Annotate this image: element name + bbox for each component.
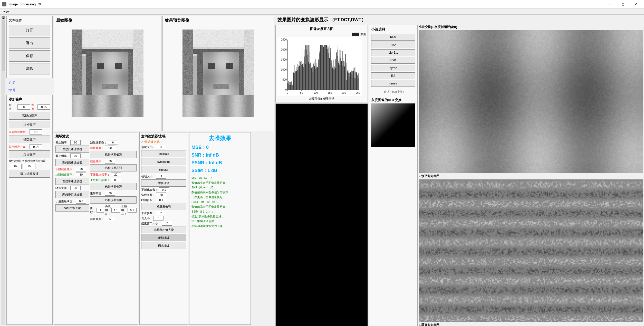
- clear-button[interactable]: 清除: [9, 63, 50, 74]
- replicate-button[interactable]: replicate: [141, 150, 186, 157]
- steps-input[interactable]: [97, 208, 104, 213]
- smooth-input[interactable]: [156, 211, 166, 215]
- linear-length-label: 线性运动长度: [9, 159, 24, 163]
- cutoff5-row: 截止频率：: [90, 146, 137, 150]
- high-gain-input[interactable]: [111, 208, 120, 213]
- scroll-up[interactable]: ▲: [2, 16, 5, 19]
- bandwidth1-input[interactable]: [70, 186, 81, 190]
- noise-mean-input[interactable]: [17, 104, 30, 110]
- scroll-thumb[interactable]: [2, 20, 5, 71]
- time-step-row: 时间步长：: [141, 198, 186, 202]
- noise-mean-label: 均值：: [9, 103, 16, 111]
- median-kernel-row: 领域大小：: [141, 174, 186, 179]
- maximize-button[interactable]: □: [617, 1, 629, 8]
- gaussian-noise-button[interactable]: 高斯白噪声: [9, 112, 50, 120]
- preview-lenna-image: [182, 30, 254, 117]
- cutoff8-input[interactable]: [105, 217, 115, 221]
- upper-cutoff2-label: 上限截止频率：: [90, 178, 110, 182]
- bandwidth2-input[interactable]: [105, 191, 115, 196]
- high-gain-label: 高频增益：: [105, 204, 111, 216]
- ideal-bandpass-button[interactable]: 理想带通滤波器: [55, 178, 89, 185]
- linear-length-item: 线性运动长度 线性运动方向角度：: [9, 159, 48, 163]
- wavelet-coif1-button[interactable]: coif1: [371, 57, 415, 64]
- wavelet-select-panel: 小波选择 haar db2 bior1.1 coif1 sym2 fk4 dme…: [369, 25, 418, 326]
- block-size-label: 块大小：: [141, 216, 152, 220]
- wavelet-title2: 2.水平方向细节: [419, 174, 643, 178]
- close-button[interactable]: ✕: [630, 1, 642, 8]
- total-var-button[interactable]: 总变差去噪: [141, 203, 186, 210]
- homomorphic-button[interactable]: 同态滤波: [141, 242, 186, 249]
- histogram-canvas: [277, 37, 362, 96]
- circular-button[interactable]: circular: [141, 166, 186, 173]
- ideal-bandstop-button[interactable]: 理想带阻滤波器: [55, 191, 89, 198]
- linear-params-row: 线性运动长度 线性运动方向角度：: [9, 159, 50, 163]
- butter-bandstop-button[interactable]: 巴特沃斯带阻: [90, 196, 137, 204]
- filter-order-input[interactable]: [108, 140, 118, 145]
- symmetric-button[interactable]: symmetric: [141, 158, 186, 165]
- wavelet-title3: 3.垂直方向细节: [419, 323, 643, 326]
- ssim-metric: SSIM：1 dB: [191, 167, 248, 174]
- cutoff1-input[interactable]: [70, 140, 81, 145]
- butter-lowpass-button[interactable]: 巴特沃斯低通: [90, 151, 137, 158]
- cutoff5-input[interactable]: [105, 146, 115, 150]
- wavelet-db2-button[interactable]: db2: [371, 42, 415, 48]
- wavelet-haar-button[interactable]: haar: [371, 34, 415, 41]
- poisson-noise-button[interactable]: 泊松噪声: [9, 121, 50, 128]
- window-title: Image_processing_GUI: [8, 2, 602, 6]
- ideal-lowpass-button[interactable]: 理想低通滤波器: [55, 146, 89, 153]
- upper-cutoff1-input[interactable]: [76, 172, 86, 177]
- desc8: SSIM（[-1, 1]）：: [191, 210, 214, 213]
- id-label[interactable]: 学号: [6, 87, 53, 94]
- block-size-row: 块大小：: [141, 216, 186, 220]
- butter-highpass-button[interactable]: 巴特沃斯高通: [90, 164, 137, 171]
- motion-noise-button[interactable]: 添加运动噪波: [9, 170, 50, 178]
- wavelet-bior11-button[interactable]: bior1.1: [371, 49, 415, 56]
- wavelet-dmey-button[interactable]: dmey: [371, 80, 415, 87]
- median-kernel-input[interactable]: [156, 174, 166, 179]
- block-size-input[interactable]: [153, 216, 164, 220]
- butter-bandpass-button[interactable]: 巴特沃斯带通: [90, 183, 137, 190]
- haar-denoise-button[interactable]: haar小波去噪: [55, 204, 89, 212]
- save-button[interactable]: 保存: [9, 50, 50, 62]
- minimize-button[interactable]: —: [604, 1, 616, 8]
- wavelet-fk4-button[interactable]: fk4: [371, 72, 415, 79]
- time-step-input[interactable]: [156, 198, 166, 202]
- desc11: 在添加运动噪波之后去噪: [191, 224, 223, 227]
- cutoff6-row: 截止频率：: [90, 159, 137, 164]
- original-image-title: 原始图像: [55, 17, 160, 24]
- norm-param-input[interactable]: [159, 187, 169, 192]
- name-label[interactable]: 姓名: [6, 79, 53, 86]
- iter-input[interactable]: [156, 193, 166, 197]
- median-button[interactable]: 中值滤波: [141, 179, 186, 187]
- wavelet-title1: 小波变换(1.灰度低频近似值): [419, 25, 643, 29]
- kernel-size-input[interactable]: [156, 145, 166, 149]
- cutoff6-input[interactable]: [105, 159, 115, 164]
- snr-metric: SNR：Inf dB: [191, 152, 248, 158]
- cutoff3-input[interactable]: [70, 154, 81, 158]
- noise-title: 添加噪声: [9, 97, 50, 102]
- salt-density-input[interactable]: [30, 129, 42, 135]
- spot-noise-button[interactable]: 斑点噪声: [9, 150, 50, 158]
- lower-cutoff1-input[interactable]: [76, 167, 86, 171]
- cutoff3-label: 截止频率：: [55, 154, 70, 158]
- denoise-desc: MSE（0, +∞）： 数值越小表示图像质量更好； SNR（0, +∞）dB： …: [191, 176, 248, 228]
- spot-variance-input[interactable]: [30, 144, 42, 149]
- menu-view[interactable]: view: [1, 9, 12, 14]
- wavelet-sym2-button[interactable]: sym2: [371, 65, 415, 71]
- linear-angle-input[interactable]: [23, 164, 35, 169]
- noise-variance-input[interactable]: [37, 104, 50, 110]
- wavelet-thresh-input[interactable]: [76, 199, 86, 204]
- nlm-button[interactable]: 非局部均值去噪: [141, 226, 186, 233]
- open-button[interactable]: 打开: [9, 25, 50, 36]
- wiener-button[interactable]: 维纳滤波: [141, 234, 186, 241]
- iter-row: 迭代次数：: [141, 193, 186, 197]
- original-lenna-image: [72, 30, 143, 117]
- exit-button[interactable]: 退出: [9, 37, 50, 49]
- salt-noise-button[interactable]: 椒盐噪声: [9, 136, 50, 143]
- search-win-input[interactable]: [162, 221, 172, 226]
- upper-cutoff2-input[interactable]: [111, 178, 121, 182]
- linear-length-input[interactable]: [9, 164, 22, 169]
- low-gain-input[interactable]: [128, 208, 137, 213]
- lower-cutoff2-input[interactable]: [111, 172, 121, 177]
- ideal-highpass-button[interactable]: 理想高通滤波器: [55, 159, 89, 166]
